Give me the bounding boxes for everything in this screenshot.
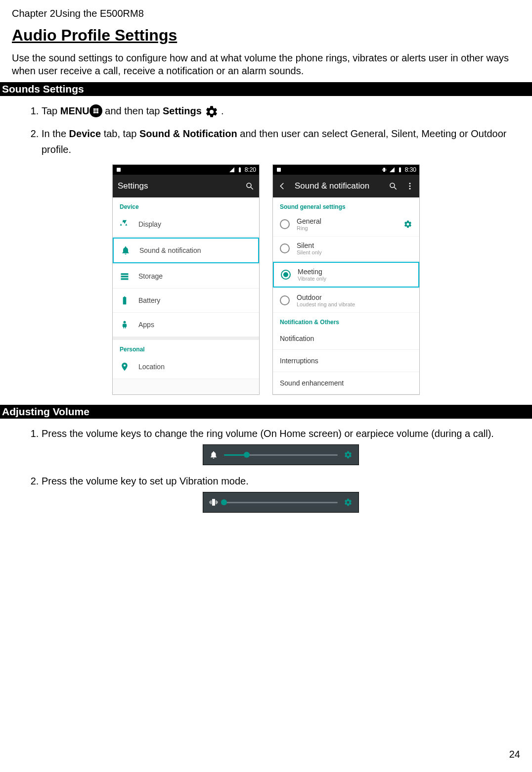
item-interruptions[interactable]: Interruptions <box>273 350 419 372</box>
bell-icon <box>209 450 218 459</box>
svg-rect-11 <box>125 327 126 329</box>
appbar-settings: Settings <box>113 175 259 197</box>
list-item-storage-label: Storage <box>138 272 163 280</box>
device-header: Device <box>113 197 259 212</box>
svg-rect-0 <box>117 168 121 172</box>
step2-sound-label: Sound & Notification <box>139 128 237 139</box>
radio-icon <box>281 270 291 280</box>
item-notification[interactable]: Notification <box>273 328 419 350</box>
battery-icon <box>397 167 403 173</box>
chapter-header: Chapter 2Using the E500RM8 <box>12 8 520 19</box>
svg-rect-15 <box>386 169 386 171</box>
search-icon[interactable] <box>389 182 398 191</box>
more-icon[interactable] <box>405 182 414 191</box>
svg-point-20 <box>409 183 411 184</box>
radio-outdoor-sub: Loudest ring and vibrate <box>297 301 412 307</box>
radio-outdoor[interactable]: Outdoor Loudest ring and vibrate <box>273 289 419 313</box>
step1-mid: and then tap <box>102 105 163 116</box>
section-bar-sounds: Sounds Settings <box>0 82 532 96</box>
item-sound-enhancement[interactable]: Sound enhancement <box>273 372 419 394</box>
list-item-storage[interactable]: Storage <box>113 264 259 289</box>
svg-rect-5 <box>121 273 129 275</box>
sounds-step-1: Tap MENU and then tap Settings . <box>42 103 520 119</box>
intro-text: Use the sound settings to configure how … <box>12 51 520 77</box>
svg-rect-16 <box>399 168 401 172</box>
step1-settings-label: Settings <box>163 105 202 116</box>
gear-icon[interactable] <box>344 498 353 507</box>
svg-rect-26 <box>210 501 210 504</box>
radio-general-sub: Ring <box>297 225 397 231</box>
bell-icon <box>121 245 131 255</box>
sound-general-header: Sound general settings <box>273 197 419 212</box>
step1-menu-label: MENU <box>60 105 89 116</box>
svg-line-4 <box>251 187 253 190</box>
list-item-apps[interactable]: Apps <box>113 313 259 337</box>
list-item-display[interactable]: Display <box>113 212 259 237</box>
radio-meeting[interactable]: Meeting Vibrate only <box>273 262 419 288</box>
battery-icon <box>237 167 243 173</box>
volume-ring-shot <box>203 444 359 465</box>
section-bar-adjusting: Adjusting Volume <box>0 405 532 419</box>
radio-icon <box>280 219 290 229</box>
step1-pre: Tap <box>42 105 60 116</box>
gear-icon <box>205 105 219 119</box>
radio-silent-title: Silent <box>297 241 412 249</box>
list-item-sound[interactable]: Sound & notification <box>113 238 259 263</box>
list-item-location[interactable]: Location <box>113 355 259 379</box>
svg-point-3 <box>247 183 251 188</box>
menu-icon <box>89 104 102 117</box>
statusbar-right: 8:30 <box>273 165 419 175</box>
list-item-sound-label: Sound & notification <box>139 246 201 254</box>
radio-general-title: General <box>297 217 397 225</box>
list-item-battery[interactable]: Battery <box>113 289 259 313</box>
svg-point-8 <box>124 321 126 324</box>
section-bar-sounds-label: Sounds Settings <box>0 83 84 95</box>
appbar-title-left: Settings <box>118 181 237 191</box>
svg-rect-13 <box>383 168 385 172</box>
step2-device-label: Device <box>69 128 101 139</box>
radio-general[interactable]: General Ring <box>273 212 419 237</box>
radio-meeting-sub: Vibrate only <box>298 276 411 282</box>
radio-silent[interactable]: Silent Silent only <box>273 237 419 261</box>
volume-slider[interactable] <box>224 502 338 503</box>
apps-icon <box>120 320 130 330</box>
vibrate-icon <box>209 498 218 507</box>
screenshot-settings: 8:20 Settings Device Display Sound & not… <box>112 164 260 395</box>
step2-pre: In the <box>42 128 69 139</box>
page-title: Audio Profile Settings <box>12 26 520 45</box>
adjusting-step-2-text: Press the volume key to set up Vibration… <box>42 476 249 486</box>
notification-icon <box>116 167 122 173</box>
notification-icon <box>276 167 282 173</box>
svg-rect-7 <box>121 278 129 280</box>
svg-rect-23 <box>212 499 215 506</box>
storage-icon <box>120 271 130 281</box>
statusbar-time-right: 8:30 <box>405 166 416 173</box>
sounds-steps: Tap MENU and then tap Settings . In the … <box>12 103 520 157</box>
svg-point-18 <box>390 183 395 188</box>
personal-header: Personal <box>113 340 259 355</box>
search-icon[interactable] <box>245 182 254 191</box>
gear-icon[interactable] <box>344 450 353 459</box>
battery-setting-icon <box>120 295 130 305</box>
display-icon <box>120 219 130 229</box>
back-icon[interactable] <box>278 182 287 191</box>
sounds-step-2: In the Device tab, tap Sound & Notificat… <box>42 126 520 157</box>
list-item-location-label: Location <box>138 363 165 371</box>
gear-icon[interactable] <box>403 220 412 229</box>
svg-rect-9 <box>123 324 127 327</box>
list-item-apps-label: Apps <box>138 321 154 329</box>
statusbar-left: 8:20 <box>113 165 259 175</box>
signal-icon <box>229 167 235 173</box>
step1-post: . <box>219 105 224 116</box>
svg-rect-12 <box>277 168 281 172</box>
svg-rect-1 <box>239 168 241 172</box>
page-number: 24 <box>509 749 520 760</box>
adjusting-step-1-text: Press the volume keys to change the ring… <box>42 428 494 439</box>
svg-rect-17 <box>399 167 400 168</box>
volume-slider[interactable] <box>224 454 338 456</box>
svg-point-21 <box>409 186 411 187</box>
statusbar-time-left: 8:20 <box>245 166 256 173</box>
location-icon <box>120 362 130 372</box>
screenshot-sound-notification: 8:30 Sound & notification Sound general … <box>272 164 420 395</box>
appbar-title-right: Sound & notification <box>295 181 381 191</box>
